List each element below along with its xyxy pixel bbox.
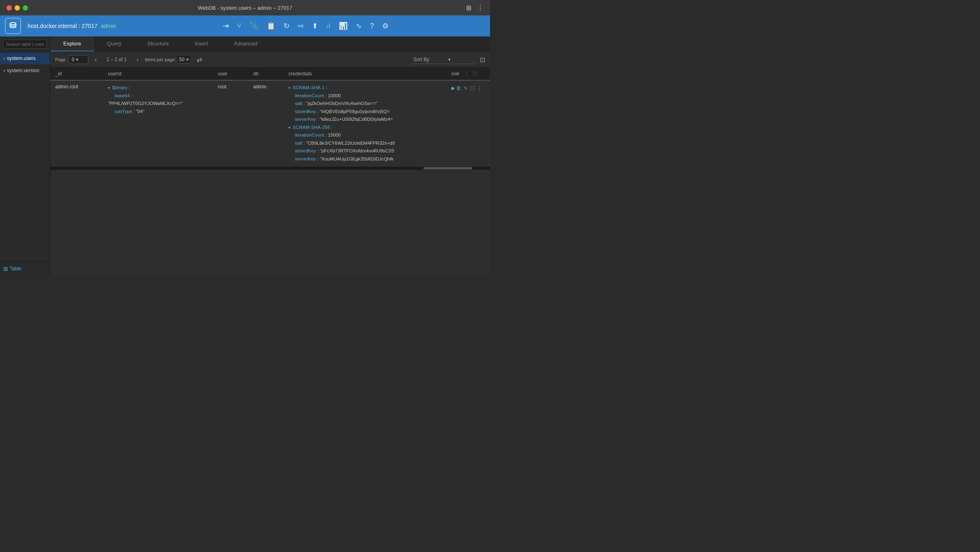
binary-key: $binary: [112, 85, 127, 90]
sort-by-control: Sort By ▾ ⊡: [410, 56, 485, 64]
scram1-iteration: iterationCount : 10000: [295, 92, 441, 100]
sort-by-dropdown-icon[interactable]: ▾: [448, 57, 451, 62]
scram1-expand-icon[interactable]: ▾: [288, 86, 290, 90]
role-prefix: 0:: [457, 86, 461, 91]
expand-row-icon[interactable]: ▶: [451, 86, 455, 91]
base64-colon: :: [131, 93, 132, 98]
export-icon[interactable]: ⇨: [298, 21, 304, 30]
table-container[interactable]: _id userId user db credentials: [50, 68, 490, 276]
close-button[interactable]: [6, 5, 12, 11]
menu-icon[interactable]: ⋮: [477, 4, 484, 12]
cell-db: admin: [248, 80, 284, 167]
scrollbar-thumb: [423, 167, 472, 169]
tabs-bar: Explore Query Structure Insert Advanced: [50, 36, 490, 52]
cell-user: root: [213, 80, 248, 167]
subtype-key: subType: [114, 109, 132, 114]
col-header-id: _id: [50, 68, 103, 80]
settings-icon[interactable]: ⚙: [382, 21, 389, 30]
extensions-icon[interactable]: ⊞: [466, 4, 471, 12]
cell-role: ▶ 0: ✎ ☐ ⋮: [447, 80, 490, 167]
col-header-user: user: [213, 68, 248, 80]
maximize-button[interactable]: [23, 5, 28, 11]
minimize-button[interactable]: [15, 5, 20, 11]
scram256-fields: iterationCount : 15000 salt : "CB9L8e3/C…: [288, 131, 441, 163]
base64-value: "PP4L/WP2T0G2YJOWaMLXcQ==": [108, 101, 183, 106]
items-per-page-control: Items per page: 50 ▾: [145, 56, 190, 64]
sidebar-item-label: system.users: [7, 56, 36, 61]
id-value: admin.root: [55, 84, 78, 90]
db-value: admin: [253, 84, 266, 90]
svg-point-0: [10, 23, 16, 25]
scram256-stored: storedKey : "pFcXb73RTFOXvfd/x4nnRU9sC3S: [295, 147, 441, 155]
row-checkbox[interactable]: ☐: [470, 86, 475, 91]
scram256-iteration: iterationCount : 15000: [295, 131, 441, 139]
upload-icon[interactable]: ⬆: [312, 21, 318, 30]
search-container: [0, 36, 50, 52]
search-input[interactable]: [3, 40, 47, 49]
swap-icon[interactable]: ⇄: [197, 56, 202, 64]
expand-icon[interactable]: ▾: [108, 86, 110, 90]
next-page-button[interactable]: ›: [135, 56, 140, 64]
scram256-expand-icon[interactable]: ▾: [288, 125, 290, 130]
row-more-icon[interactable]: ⋮: [477, 86, 482, 91]
credentials-object: ▾ SCRAM-SHA-1 : iterationCount : 10000: [288, 84, 441, 163]
tab-advanced[interactable]: Advanced: [221, 36, 271, 51]
tab-explore[interactable]: Explore: [50, 36, 94, 51]
chart-icon[interactable]: 📊: [339, 21, 348, 30]
plus-icon: ⊞: [3, 265, 8, 272]
page-value: 0: [72, 57, 75, 62]
sidebar: ▾ system.users ▾ system.version ⊞ Table: [0, 36, 50, 276]
page-dropdown-icon: ▾: [76, 57, 78, 62]
binary-colon: :: [129, 85, 130, 90]
col-header-role: role ⋮ ☐: [447, 68, 490, 80]
toolbar-action-icons: ⇥ ⑂ 📎 📋 ↻ ⇨ ⬆ ⑁ 📊 ∿ ? ⚙: [126, 21, 485, 30]
scram256-section: ▾ SCRAM-SHA-256 :: [288, 124, 441, 132]
share-icon[interactable]: ⑂: [237, 22, 241, 30]
subtype-value: "04": [136, 109, 144, 114]
merge-icon[interactable]: ⑁: [326, 22, 331, 30]
tab-structure[interactable]: Structure: [134, 36, 182, 51]
scram1-salt: salt : "jqZkOehHGbDmV9u4sehO3w==": [295, 100, 441, 108]
sidebar-item-label: system.version: [7, 68, 39, 73]
row-actions: ▶ 0: ✎ ☐ ⋮: [451, 84, 485, 91]
help-icon[interactable]: ?: [370, 22, 374, 30]
refresh-icon[interactable]: ↻: [284, 21, 290, 30]
server-port: 27017: [82, 23, 97, 29]
scram1-server: serverKey : "k8ezJZu+US5l2fqCd8DDtyIaMz4…: [295, 116, 441, 124]
attach-icon[interactable]: 📎: [249, 21, 258, 30]
tab-query[interactable]: Query: [94, 36, 134, 51]
page-select[interactable]: 0 ▾: [68, 55, 88, 64]
edit-row-button[interactable]: ✎: [464, 86, 468, 91]
window-title: WebDB - system.users – admin – 27017: [198, 5, 292, 11]
sidebar-item-system-version[interactable]: ▾ system.version: [0, 64, 50, 77]
scram1-label: SCRAM-SHA-1: [292, 85, 325, 90]
grid-layout-icon[interactable]: ⊡: [480, 56, 485, 64]
add-table-footer[interactable]: ⊞ Table: [0, 261, 50, 276]
sort-by-label: Sort By: [413, 57, 429, 62]
activity-icon[interactable]: ∿: [356, 21, 362, 30]
titlebar-right-icons: ⊞ ⋮: [466, 4, 484, 12]
connect-icon[interactable]: ⇥: [223, 21, 229, 30]
prev-page-button[interactable]: ‹: [93, 56, 99, 64]
chevron-down-icon: ▾: [3, 56, 5, 61]
content-area: Explore Query Structure Insert Advanced …: [50, 36, 490, 276]
explore-toolbar: Page 0 ▾ ‹ 1 – 1 of 1 › Items per page: …: [50, 52, 490, 68]
cell-credentials: ▾ SCRAM-SHA-1 : iterationCount : 10000: [284, 80, 446, 167]
col-checkbox-icon[interactable]: ☐: [473, 71, 477, 77]
items-dropdown-icon: ▾: [186, 57, 189, 62]
server-info: host.docker.internal : 27017 admin: [28, 23, 116, 29]
horizontal-scrollbar[interactable]: [50, 167, 490, 170]
col-header-credentials: credentials: [284, 68, 446, 80]
main-toolbar: host.docker.internal : 27017 admin ⇥ ⑂ 📎…: [0, 15, 490, 36]
col-header-db: db: [248, 68, 284, 80]
subtype-entry: subType : "04": [108, 109, 144, 114]
col-options-icon[interactable]: ⋮: [464, 71, 469, 77]
items-per-page-value: 50: [179, 57, 185, 62]
window-controls: [6, 5, 28, 11]
scram1-fields: iterationCount : 10000 salt : "jqZkOehHG…: [288, 92, 441, 124]
items-per-page-select[interactable]: 50 ▾: [178, 56, 190, 64]
document-icon[interactable]: 📋: [266, 21, 275, 30]
sidebar-item-system-users[interactable]: ▾ system.users: [0, 52, 50, 64]
tab-insert[interactable]: Insert: [182, 36, 221, 51]
chevron-right-icon: ▾: [3, 68, 5, 73]
